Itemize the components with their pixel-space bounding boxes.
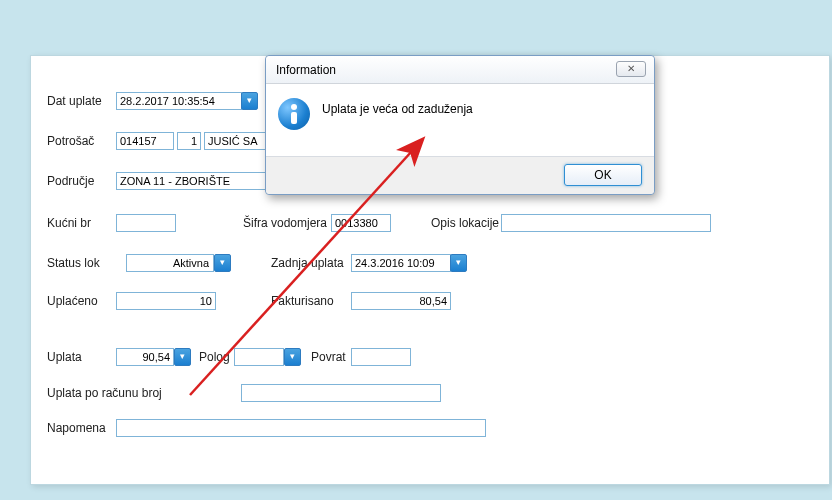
input-sifra-vodomjera[interactable] bbox=[331, 214, 391, 232]
input-uplata[interactable] bbox=[116, 348, 174, 366]
input-zadnja-uplata[interactable] bbox=[351, 254, 451, 272]
label-podrucje: Područje bbox=[47, 174, 94, 188]
input-dat-uplate[interactable] bbox=[116, 92, 242, 110]
label-sifra-vodomjera: Šifra vodomjera bbox=[243, 216, 327, 230]
label-uplata: Uplata bbox=[47, 350, 82, 364]
dropdown-zadnja-uplata[interactable] bbox=[450, 254, 467, 272]
input-polog[interactable] bbox=[234, 348, 284, 366]
info-icon bbox=[278, 98, 310, 130]
dialog-title-text: Information bbox=[276, 63, 336, 77]
input-fakturisano[interactable] bbox=[351, 292, 451, 310]
input-potrosac-name[interactable] bbox=[204, 132, 266, 150]
input-potrosac-code[interactable] bbox=[116, 132, 174, 150]
label-polog: Polog bbox=[199, 350, 230, 364]
dropdown-status-lok[interactable] bbox=[214, 254, 231, 272]
dropdown-uplata[interactable] bbox=[174, 348, 191, 366]
input-uplata-po-racunu[interactable] bbox=[241, 384, 441, 402]
dialog-titlebar: Information ✕ bbox=[266, 56, 654, 84]
label-povrat: Povrat bbox=[311, 350, 346, 364]
dialog-body: Uplata je veća od zaduženja bbox=[266, 84, 654, 156]
input-status-lok[interactable] bbox=[126, 254, 214, 272]
label-opis-lokacije: Opis lokacije bbox=[431, 216, 499, 230]
dropdown-polog[interactable] bbox=[284, 348, 301, 366]
dropdown-dat-uplate[interactable] bbox=[241, 92, 258, 110]
dialog-message: Uplata je veća od zaduženja bbox=[322, 98, 473, 116]
label-kucni-br: Kućni br bbox=[47, 216, 91, 230]
input-potrosac-seq[interactable] bbox=[177, 132, 201, 150]
label-fakturisano: Fakturisano bbox=[271, 294, 334, 308]
input-podrucje[interactable] bbox=[116, 172, 286, 190]
input-kucni-br[interactable] bbox=[116, 214, 176, 232]
label-potrosac: Potrošač bbox=[47, 134, 94, 148]
label-uplaceno: Uplaćeno bbox=[47, 294, 98, 308]
dialog-close-button[interactable]: ✕ bbox=[616, 61, 646, 77]
dialog-button-bar: OK bbox=[266, 156, 654, 194]
input-opis-lokacije[interactable] bbox=[501, 214, 711, 232]
label-status-lok: Status lok bbox=[47, 256, 100, 270]
label-dat-uplate: Dat uplate bbox=[47, 94, 102, 108]
label-uplata-po-racunu: Uplata po računu broj bbox=[47, 386, 162, 400]
input-povrat[interactable] bbox=[351, 348, 411, 366]
label-napomena: Napomena bbox=[47, 421, 106, 435]
label-zadnja-uplata: Zadnja uplata bbox=[271, 256, 344, 270]
input-uplaceno[interactable] bbox=[116, 292, 216, 310]
info-dialog: Information ✕ Uplata je veća od zaduženj… bbox=[265, 55, 655, 195]
ok-button[interactable]: OK bbox=[564, 164, 642, 186]
input-napomena[interactable] bbox=[116, 419, 486, 437]
